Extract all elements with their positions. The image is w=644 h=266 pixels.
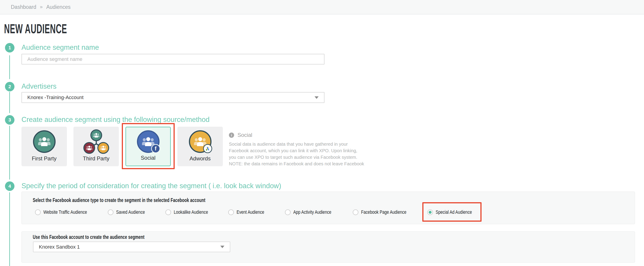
advertiser-select[interactable]: Knorex -Training-Account xyxy=(22,92,324,103)
radio-lookalike-audience[interactable]: Lookalike Audience xyxy=(166,209,217,215)
step-connector xyxy=(9,126,10,180)
radio-app-activity-audience[interactable]: App Activity Audience xyxy=(285,209,341,215)
info-icon: i xyxy=(229,133,234,138)
adwords-audience-icon xyxy=(189,130,212,153)
step-connector xyxy=(9,92,10,113)
source-card-social[interactable]: f Social xyxy=(126,127,171,166)
source-card-label: Third Party xyxy=(74,155,119,162)
radio-circle[interactable] xyxy=(228,209,234,215)
radio-circle[interactable] xyxy=(427,209,433,215)
source-card-label: Adwords xyxy=(178,155,223,162)
radio-circle[interactable] xyxy=(166,209,171,215)
step-2-badge: 2 xyxy=(5,82,14,91)
breadcrumb-audiences-link[interactable]: Audiences xyxy=(46,4,70,10)
advertiser-select-value: Knorex -Training-Account xyxy=(27,95,84,100)
step-connector xyxy=(9,192,10,266)
google-ads-icon xyxy=(203,144,212,153)
radio-circle[interactable] xyxy=(108,209,114,215)
source-card-label: Social xyxy=(126,155,170,161)
radio-label: App Activity Audience xyxy=(293,209,331,215)
source-info-panel: i Social Social data is audience data th… xyxy=(229,132,364,167)
info-description: Social data is audience data that you ha… xyxy=(229,141,364,161)
audience-type-panel: Select the Facebook audience type to cre… xyxy=(22,192,635,224)
facebook-account-select-value: Knorex Sandbox 1 xyxy=(39,244,80,250)
info-title: Social xyxy=(238,132,252,138)
new-audience-page: Dashboard » Audiences NEW AUDIENCE 1 Aud… xyxy=(0,0,644,266)
source-card-first-party[interactable]: First Party xyxy=(22,127,67,166)
page-title: NEW AUDIENCE xyxy=(4,22,67,36)
radio-label: Website Traffic Audience xyxy=(44,209,87,215)
third-party-audience-icon xyxy=(82,129,110,155)
breadcrumb: Dashboard » Audiences xyxy=(0,0,644,15)
radio-saved-audience[interactable]: Saved Audience xyxy=(108,209,152,215)
audience-segment-name-input[interactable] xyxy=(22,54,324,65)
source-card-adwords[interactable]: Adwords xyxy=(178,127,223,166)
breadcrumb-separator-icon: » xyxy=(40,4,43,10)
source-card-third-party[interactable]: Third Party xyxy=(74,127,119,166)
step-4-heading: Specify the period of consideration for … xyxy=(22,181,281,191)
facebook-account-panel: Use this Facebook account to create the … xyxy=(22,231,635,262)
facebook-f-icon: f xyxy=(151,144,160,153)
facebook-account-label: Use this Facebook account to create the … xyxy=(33,234,144,240)
breadcrumb-dashboard-link[interactable]: Dashboard xyxy=(11,4,36,10)
third-party-node-icon xyxy=(90,129,102,141)
audience-type-panel-label: Select the Facebook audience type to cre… xyxy=(33,197,206,203)
facebook-account-select[interactable]: Knorex Sandbox 1 xyxy=(33,241,230,252)
info-note: NOTE: the data remains in Facebook and d… xyxy=(229,161,364,167)
first-party-audience-icon xyxy=(33,130,56,153)
radio-circle[interactable] xyxy=(285,209,290,215)
radio-label: Saved Audience xyxy=(116,209,145,215)
source-card-label: First Party xyxy=(22,155,67,162)
step-2-heading: Advertisers xyxy=(22,81,56,91)
third-party-node-icon xyxy=(98,142,109,154)
radio-label: Event Audience xyxy=(236,209,264,215)
step-4-badge: 4 xyxy=(5,181,14,191)
step-1-badge: 1 xyxy=(5,43,14,53)
caret-down-icon xyxy=(220,246,224,248)
radio-label: Special Ad Audience xyxy=(436,209,472,215)
third-party-node-icon xyxy=(84,142,95,154)
radio-label: Lookalike Audience xyxy=(174,209,208,215)
radio-facebook-page-audience[interactable]: Facebook Page Audience xyxy=(353,209,418,215)
radio-special-ad-audience[interactable]: Special Ad Audience xyxy=(427,209,481,215)
radio-event-audience[interactable]: Event Audience xyxy=(228,209,271,215)
step-connector xyxy=(9,55,10,79)
social-audience-icon: f xyxy=(137,130,160,153)
caret-down-icon xyxy=(314,96,318,99)
step-1-heading: Audience segment name xyxy=(22,43,99,53)
radio-label: Facebook Page Audience xyxy=(361,209,406,215)
radio-circle[interactable] xyxy=(353,209,358,215)
radio-website-traffic-audience[interactable]: Website Traffic Audience xyxy=(35,209,98,215)
step-3-badge: 3 xyxy=(5,115,14,125)
radio-circle[interactable] xyxy=(35,209,41,215)
step-3-heading: Create audience segment using the follow… xyxy=(22,115,210,125)
